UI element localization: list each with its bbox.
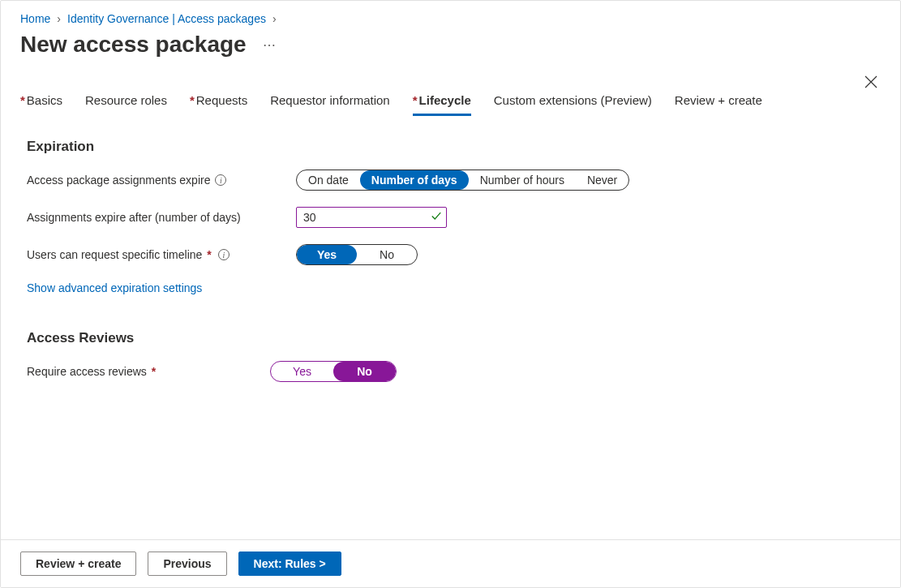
chevron-right-icon: › <box>57 12 61 25</box>
info-icon[interactable]: i <box>215 174 226 186</box>
tab-label: Lifecycle <box>419 93 471 107</box>
label-text: Assignments expire after (number of days… <box>27 211 241 224</box>
tab-requestor-information[interactable]: Requestor information <box>270 93 390 116</box>
required-mark: * <box>207 248 211 261</box>
tab-resource-roles[interactable]: Resource roles <box>85 93 167 116</box>
show-advanced-link[interactable]: Show advanced expiration settings <box>27 281 202 294</box>
title-row: New access package ⋯ <box>1 28 900 58</box>
expire-after-input[interactable] <box>296 207 447 228</box>
tab-basics[interactable]: *Basics <box>20 93 62 116</box>
close-icon <box>865 75 877 88</box>
section-expiration-heading: Expiration <box>27 139 881 155</box>
breadcrumb-governance[interactable]: Identity Governance | Access packages <box>67 12 266 25</box>
field-assignments-expire: Access package assignments expire i On d… <box>27 170 881 191</box>
field-label: Assignments expire after (number of days… <box>27 211 296 224</box>
page-title: New access package <box>20 32 247 58</box>
required-mark: * <box>190 93 195 107</box>
tabs: *Basics Resource roles *Requests Request… <box>1 58 900 116</box>
tab-custom-extensions[interactable]: Custom extensions (Preview) <box>494 93 652 116</box>
option-yes[interactable]: Yes <box>297 245 357 264</box>
option-number-of-days[interactable]: Number of days <box>360 170 469 190</box>
chevron-right-icon: › <box>272 12 277 25</box>
required-mark: * <box>413 93 418 107</box>
required-mark: * <box>152 365 156 378</box>
require-reviews-toggle: Yes No <box>270 361 397 382</box>
next-button[interactable]: Next: Rules > <box>238 552 341 576</box>
tab-label: Resource roles <box>85 93 167 107</box>
check-icon <box>431 211 442 225</box>
field-label: Users can request specific timeline * i <box>27 248 296 261</box>
field-require-reviews: Require access reviews * Yes No <box>27 361 881 382</box>
label-text: Users can request specific timeline <box>27 248 202 261</box>
section-access-reviews-heading: Access Reviews <box>27 330 881 346</box>
option-never[interactable]: Never <box>576 170 629 190</box>
footer: Review + create Previous Next: Rules > <box>1 539 900 587</box>
field-label: Require access reviews * <box>27 365 270 378</box>
tab-requests[interactable]: *Requests <box>190 93 247 116</box>
tab-review-create[interactable]: Review + create <box>675 93 762 116</box>
field-expire-after: Assignments expire after (number of days… <box>27 207 881 228</box>
close-button[interactable] <box>865 75 877 91</box>
label-text: Require access reviews <box>27 365 147 378</box>
tab-lifecycle[interactable]: *Lifecycle <box>413 93 471 116</box>
content: Expiration Access package assignments ex… <box>1 139 900 382</box>
tab-label: Custom extensions (Preview) <box>494 93 652 107</box>
option-no[interactable]: No <box>333 362 396 381</box>
expire-after-input-wrap <box>296 207 447 228</box>
previous-button[interactable]: Previous <box>148 552 226 576</box>
tab-label: Requestor information <box>270 93 390 107</box>
option-yes[interactable]: Yes <box>271 362 333 381</box>
field-label: Access package assignments expire i <box>27 174 296 187</box>
info-icon[interactable]: i <box>218 249 230 260</box>
option-number-of-hours[interactable]: Number of hours <box>469 170 576 190</box>
more-actions-button[interactable]: ⋯ <box>260 34 281 56</box>
field-timeline: Users can request specific timeline * i … <box>27 244 881 265</box>
option-on-date[interactable]: On date <box>297 170 360 190</box>
breadcrumb: Home › Identity Governance | Access pack… <box>1 1 900 28</box>
expire-mode-toggle: On date Number of days Number of hours N… <box>296 170 629 191</box>
tab-label: Review + create <box>675 93 762 107</box>
tab-label: Requests <box>196 93 247 107</box>
label-text: Access package assignments expire <box>27 174 210 187</box>
timeline-toggle: Yes No <box>296 244 418 265</box>
tab-label: Basics <box>27 93 62 107</box>
option-no[interactable]: No <box>357 245 417 264</box>
review-create-button[interactable]: Review + create <box>20 552 136 576</box>
breadcrumb-home[interactable]: Home <box>20 12 50 25</box>
required-mark: * <box>20 93 25 107</box>
